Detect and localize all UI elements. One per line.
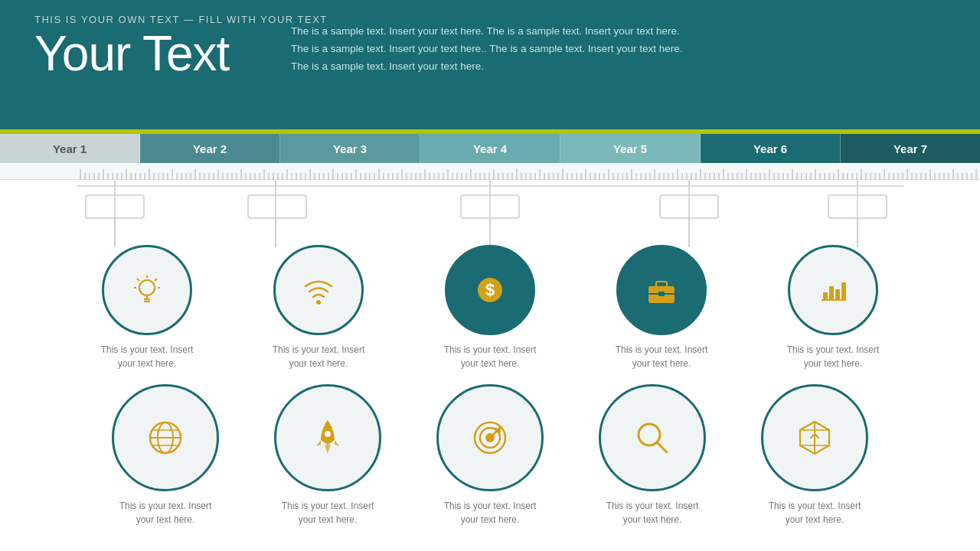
- bottom-item-5: This is your text. Insertyour text here.: [746, 384, 884, 527]
- svg-line-227: [155, 279, 157, 281]
- circle-lg-3: [436, 384, 544, 491]
- header-description: The is a sample text. Insert your text h…: [291, 23, 946, 76]
- top-item-3: $ This is your text. Insertyour text her…: [421, 245, 559, 370]
- circle-4: [616, 245, 707, 335]
- circle-3: $: [445, 245, 535, 335]
- svg-rect-239: [835, 289, 840, 300]
- top-item-5-label: This is your text. Insertyour text here.: [787, 343, 880, 370]
- bottom-item-2-label: This is your text. Insertyour text here.: [282, 499, 374, 527]
- svg-rect-213: [248, 195, 306, 218]
- top-item-4: This is your text. Insertyour text here.: [593, 245, 730, 370]
- top-item-1-label: This is your text. Insertyour text here.: [101, 343, 194, 370]
- search-icon: [629, 414, 676, 461]
- year-1: Year 1: [0, 134, 140, 163]
- bottom-row: This is your text. Insertyour text here.…: [23, 384, 957, 527]
- top-item-5: This is your text. Insertyour text here.: [764, 245, 902, 370]
- accent-bar: [0, 129, 980, 134]
- bottom-item-1-label: This is your text. Insertyour text here.: [119, 499, 212, 527]
- target-icon: [466, 414, 514, 461]
- timeline-bar: Year 1 Year 2 Year 3 Year 4 Year 5 Year …: [0, 134, 980, 163]
- wifi-icon: [299, 271, 338, 309]
- top-row: This is your text. Insertyour text here.…: [23, 245, 957, 370]
- chart-icon: [814, 271, 852, 309]
- svg-rect-240: [841, 282, 846, 300]
- svg-text:$: $: [485, 280, 495, 299]
- svg-point-221: [139, 280, 155, 295]
- bottom-item-1: This is your text. Insertyour text here.: [96, 384, 234, 527]
- year-5: Year 5: [560, 134, 701, 163]
- svg-rect-238: [829, 286, 834, 300]
- year-2: Year 2: [140, 134, 280, 163]
- circle-5: [788, 245, 878, 335]
- top-item-3-label: This is your text. Insertyour text here.: [444, 343, 537, 370]
- top-item-2: This is your text. Insertyour text here.: [250, 245, 387, 370]
- rocket-icon: [304, 414, 351, 461]
- circle-2: [273, 245, 364, 335]
- connector-lines: [23, 180, 957, 249]
- circle-lg-4: [599, 384, 706, 491]
- circle-1: [102, 245, 192, 335]
- svg-point-230: [316, 300, 321, 305]
- briefcase-icon: [642, 271, 681, 309]
- year-6: Year 6: [701, 134, 841, 163]
- header: THIS IS YOUR OWN TEXT — FILL WITH YOUR T…: [0, 0, 980, 134]
- globe-icon: [142, 414, 189, 461]
- bottom-item-3-label: This is your text. Insertyour text here.: [444, 499, 537, 527]
- svg-rect-235: [658, 292, 665, 296]
- dollar-icon: $: [471, 271, 509, 309]
- circle-lg-2: [274, 384, 381, 491]
- year-7: Year 7: [841, 134, 980, 163]
- year-4: Year 4: [420, 134, 560, 163]
- bottom-item-2: This is your text. Insertyour text here.: [259, 384, 397, 527]
- lightbulb-icon: [128, 271, 166, 309]
- bottom-item-4-label: This is your text. Insertyour text here.: [606, 499, 699, 527]
- circle-lg-1: [112, 384, 219, 491]
- circle-lg-5: [761, 384, 868, 491]
- box3d-icon: [791, 414, 838, 461]
- top-item-4-label: This is your text. Insertyour text here.: [616, 343, 708, 370]
- bottom-item-5-label: This is your text. Insertyour text here.: [769, 499, 861, 527]
- year-3: Year 3: [280, 134, 420, 163]
- ruler: // Will be inlined below via JS after lo…: [0, 163, 980, 180]
- svg-line-252: [657, 442, 667, 452]
- svg-rect-237: [823, 292, 828, 300]
- bottom-item-3: This is your text. Insertyour text here.: [421, 384, 559, 527]
- svg-point-246: [325, 431, 331, 437]
- top-item-1: This is your text. Insertyour text here.: [78, 245, 216, 370]
- bottom-item-4: This is your text. Insertyour text here.: [583, 384, 721, 527]
- svg-line-226: [137, 279, 139, 281]
- top-item-2-label: This is your text. Insertyour text here.: [273, 343, 365, 370]
- main-content: This is your text. Insertyour text here.…: [0, 180, 980, 527]
